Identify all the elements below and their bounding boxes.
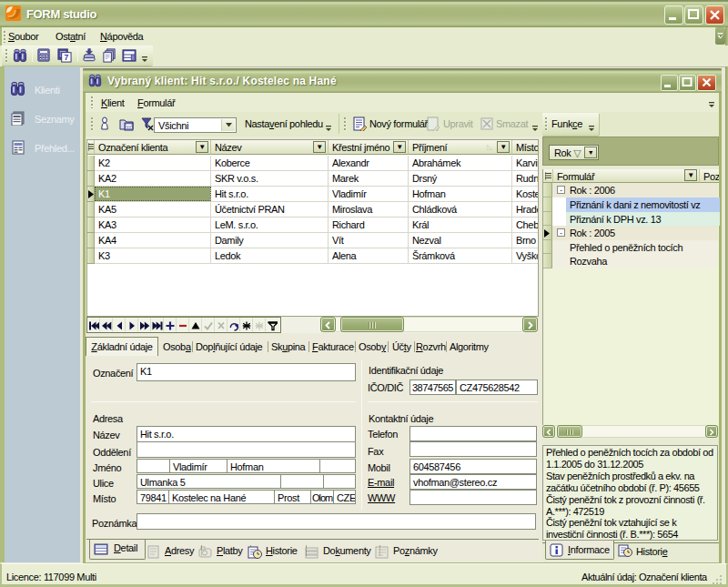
svg-text:7: 7 — [65, 53, 69, 62]
